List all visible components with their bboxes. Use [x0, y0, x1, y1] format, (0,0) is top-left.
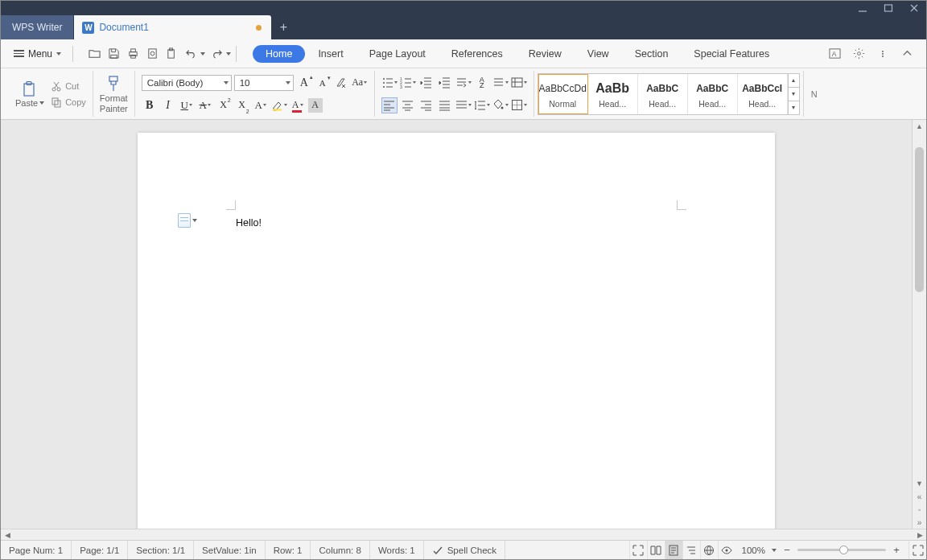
new-tab-button[interactable]: +: [271, 15, 295, 39]
zoom-out-button[interactable]: −: [781, 544, 793, 556]
tab-special-features[interactable]: Special Features: [681, 43, 782, 64]
status-section[interactable]: Section: 1/1: [128, 541, 194, 559]
zoom-slider-thumb[interactable]: [839, 546, 848, 554]
paste-icon[interactable]: [20, 80, 39, 98]
read-view-button[interactable]: [647, 541, 665, 559]
zoom-value[interactable]: 100%: [742, 546, 765, 555]
font-name-combo[interactable]: Calibri (Body): [142, 75, 232, 91]
tab-page-layout[interactable]: Page Layout: [356, 43, 439, 64]
tab-review[interactable]: Review: [516, 43, 575, 64]
tab-references[interactable]: References: [439, 43, 516, 64]
undo-more-icon[interactable]: [200, 52, 205, 56]
font-dialog-button[interactable]: A: [826, 46, 843, 62]
scroll-left-button[interactable]: ◀: [1, 529, 14, 540]
tab-section[interactable]: Section: [622, 43, 682, 64]
main-menu-button[interactable]: Menu: [7, 44, 68, 64]
tabs-button[interactable]: [511, 75, 527, 91]
bold-button[interactable]: B: [142, 97, 158, 113]
underline-button[interactable]: U: [179, 97, 195, 113]
bullet-list-button[interactable]: [381, 75, 398, 91]
clear-formatting-button[interactable]: [333, 75, 349, 91]
paste-qat-button[interactable]: [163, 46, 179, 62]
scroll-up-button[interactable]: ▲: [913, 120, 926, 133]
show-marks-button[interactable]: [492, 75, 509, 91]
print-layout-view-button[interactable]: [665, 541, 682, 559]
web-layout-view-button[interactable]: [700, 541, 718, 559]
status-column[interactable]: Column: 8: [311, 541, 369, 559]
open-button[interactable]: [86, 46, 102, 62]
decrease-indent-button[interactable]: [418, 75, 435, 91]
zoom-in-button[interactable]: +: [891, 544, 902, 556]
distribute-button[interactable]: [455, 97, 472, 113]
borders-button[interactable]: [511, 97, 527, 113]
nav-pane-toggle[interactable]: [178, 213, 197, 228]
status-page-num[interactable]: Page Num: 1: [1, 541, 72, 559]
align-right-button[interactable]: [418, 97, 435, 113]
styles-gallery[interactable]: AaBbCcDdNormal AaBbHead... AaBbCHead... …: [538, 73, 800, 115]
status-words[interactable]: Words: 1: [370, 541, 424, 559]
line-spacing-button[interactable]: [474, 97, 490, 113]
style-heading2[interactable]: AaBbCHead...: [638, 74, 688, 114]
change-case-button[interactable]: Aa: [352, 75, 368, 91]
grow-font-button[interactable]: A▴: [296, 75, 312, 91]
scroll-down-button[interactable]: ▼: [913, 477, 926, 490]
superscript-button[interactable]: X2: [216, 97, 232, 113]
sort-button[interactable]: AZ: [474, 75, 490, 91]
more-button[interactable]: [875, 46, 891, 62]
new-style-button[interactable]: N: [804, 71, 825, 117]
eye-protect-button[interactable]: [718, 541, 735, 559]
document-viewport[interactable]: Hello!: [1, 120, 912, 529]
justify-button[interactable]: [437, 97, 453, 113]
app-tab[interactable]: WPS Writer: [1, 15, 74, 39]
align-center-button[interactable]: [400, 97, 416, 113]
fullscreen-button[interactable]: [629, 541, 647, 559]
style-heading4[interactable]: AaBbCcIHead...: [738, 74, 788, 114]
redo-button[interactable]: [208, 46, 225, 62]
close-window-button[interactable]: [907, 2, 921, 14]
horizontal-scrollbar[interactable]: ◀ ▶: [1, 529, 926, 540]
collapse-ribbon-button[interactable]: [899, 46, 915, 62]
prev-page-button[interactable]: «: [913, 490, 926, 503]
styles-scroll[interactable]: ▴▾▾: [788, 74, 799, 114]
increase-indent-button[interactable]: [437, 75, 453, 91]
browse-object-button[interactable]: ◦: [913, 503, 926, 516]
align-left-button[interactable]: [381, 97, 398, 113]
copy-button[interactable]: Copy: [51, 97, 86, 108]
maximize-window-button[interactable]: [881, 2, 896, 14]
best-fit-button[interactable]: [908, 541, 926, 559]
status-row[interactable]: Row: 1: [266, 541, 311, 559]
settings-button[interactable]: [851, 46, 867, 62]
vertical-scrollbar[interactable]: ▲ ▼ « ◦ »: [912, 120, 926, 529]
highlight-button[interactable]: [271, 97, 287, 113]
character-shading-button[interactable]: A: [308, 98, 323, 113]
format-painter-button[interactable]: Format Painter: [93, 71, 135, 117]
tab-insert[interactable]: Insert: [305, 43, 356, 64]
subscript-button[interactable]: X2: [234, 97, 250, 113]
strikethrough-button[interactable]: A: [197, 97, 213, 113]
undo-button[interactable]: [183, 46, 199, 62]
print-preview-button[interactable]: [144, 46, 160, 62]
style-heading1[interactable]: AaBbHead...: [588, 74, 638, 114]
save-button[interactable]: [105, 46, 122, 62]
italic-button[interactable]: I: [160, 97, 176, 113]
cut-button[interactable]: Cut: [51, 80, 86, 92]
style-normal[interactable]: AaBbCcDdNormal: [538, 74, 588, 114]
shrink-font-button[interactable]: A▾: [315, 75, 331, 91]
status-setvalue[interactable]: SetValue: 1in: [194, 541, 266, 559]
spell-check-button[interactable]: Spell Check: [424, 541, 505, 559]
zoom-slider[interactable]: [797, 549, 886, 551]
scroll-thumb[interactable]: [915, 147, 924, 292]
outline-view-button[interactable]: [682, 541, 700, 559]
next-page-button[interactable]: »: [913, 516, 926, 529]
document-tab[interactable]: W Document1: [74, 15, 271, 39]
number-list-button[interactable]: 123: [400, 75, 416, 91]
style-heading3[interactable]: AaBbCHead...: [688, 74, 738, 114]
paste-label[interactable]: Paste: [15, 98, 38, 108]
document-body-text[interactable]: Hello!: [236, 217, 262, 229]
tab-home[interactable]: Home: [253, 45, 305, 63]
status-page[interactable]: Page: 1/1: [72, 541, 128, 559]
tab-view[interactable]: View: [575, 43, 622, 64]
redo-more-icon[interactable]: [226, 52, 231, 56]
font-size-combo[interactable]: 10: [234, 75, 294, 91]
page[interactable]: Hello!: [138, 133, 775, 529]
